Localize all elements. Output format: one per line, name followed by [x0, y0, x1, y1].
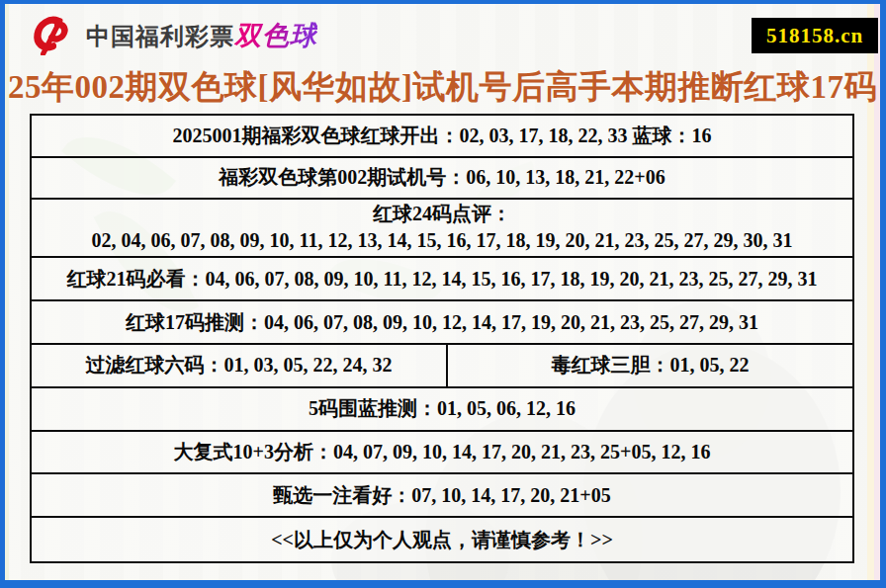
brand-prefix: 中国福利彩票	[86, 24, 234, 49]
brand-text: 中国福利彩票双色球	[86, 18, 317, 53]
filter-and-poison-row: 过滤红球六码：01, 03, 05, 22, 24, 32 毒红球三胆：01, …	[32, 345, 852, 388]
prediction-table: 2025001期福彩双色球红球开出：02, 03, 17, 18, 22, 33…	[30, 114, 854, 563]
page-title: 25年002期双色球[风华如故]试机号后高手本期推断红球17码	[5, 61, 880, 113]
test-machine-number-row: 福彩双色球第002期试机号：06, 10, 13, 18, 21, 22+06	[32, 158, 852, 200]
china-welfare-lottery-logo-icon	[31, 12, 76, 55]
header: 中国福利彩票双色球 518158.cn	[5, 4, 880, 61]
open-result-row: 2025001期福彩双色球红球开出：02, 03, 17, 18, 22, 33…	[32, 116, 852, 158]
brand-suffix-shuangseqiu: 双色球	[234, 21, 317, 50]
red-17-prediction-row: 红球17码推测：04, 06, 07, 08, 09, 10, 12, 14, …	[32, 301, 852, 345]
disclaimer-row: <<以上仅为个人观点，请谨慎参考！>>	[32, 518, 852, 561]
selected-single-bet-row: 甄选一注看好：07, 10, 14, 17, 20, 21+05	[32, 474, 852, 518]
red-21-must-see-row: 红球21码必看：04, 06, 07, 08, 09, 10, 11, 12, …	[32, 258, 852, 301]
duplex-10plus3-row: 大复式10+3分析：04, 07, 09, 10, 14, 17, 20, 21…	[32, 432, 852, 475]
red-24-comment-numbers: 02, 04, 06, 07, 08, 09, 10, 11, 12, 13, …	[92, 227, 793, 254]
red-24-comment-row: 红球24码点评： 02, 04, 06, 07, 08, 09, 10, 11,…	[32, 200, 852, 259]
site-url-badge: 518158.cn	[752, 18, 878, 53]
poison-red-three-cell: 毒红球三胆：01, 05, 22	[448, 345, 852, 386]
blue-5-prediction-row: 5码围蓝推测：01, 05, 06, 12, 16	[32, 388, 852, 432]
page: 中国福利彩票双色球 518158.cn 25年002期双色球[风华如故]试机号后…	[0, 0, 886, 588]
red-24-comment-label: 红球24码点评：	[373, 201, 511, 227]
filter-red-six-cell: 过滤红球六码：01, 03, 05, 22, 24, 32	[32, 345, 448, 386]
